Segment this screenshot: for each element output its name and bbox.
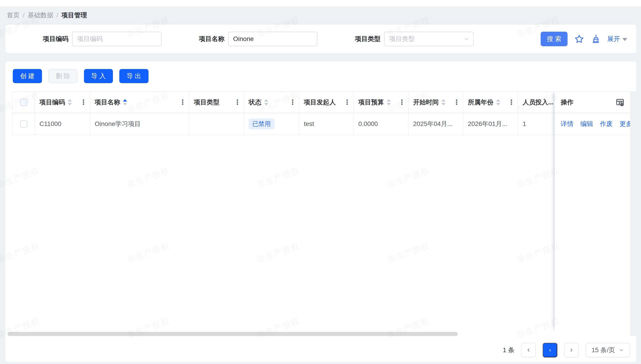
breadcrumb-separator: / [23,12,25,19]
header-cell-start[interactable]: 开始时间⋮ [408,92,463,113]
column-menu-icon[interactable]: ⋮ [289,99,296,106]
clear-broom-icon[interactable] [591,34,600,44]
header-cell-name[interactable]: 项目名称⋮ [90,92,189,113]
search-button[interactable]: 搜 索 [541,32,568,46]
sort-desc-icon[interactable] [387,103,391,106]
favorite-star-icon[interactable] [574,34,584,44]
column-menu-icon[interactable]: ⋮ [453,99,460,106]
project-table: 项目编码⋮项目名称⋮项目类型⋮状态⋮项目发起人⋮项目预算⋮开始时间⋮所属年份⋮人… [12,91,630,332]
prev-page-button[interactable] [521,343,536,358]
main-panel: 创 建 删 除 导 入 导 出 项目编码⋮项目名称⋮项目类型⋮状态⋮项目发起人⋮… [6,61,636,362]
filter-form: 项目编码项目编码项目名称Oinone项目类型项目类型 [6,32,474,46]
sort-asc-icon[interactable] [496,99,500,102]
table-header-row: 项目编码⋮项目名称⋮项目类型⋮状态⋮项目发起人⋮项目预算⋮开始时间⋮所属年份⋮人… [12,91,630,113]
column-menu-icon[interactable]: ⋮ [398,99,405,106]
detail-link[interactable]: 详情 [561,120,573,128]
total-count: 1 条 [503,346,514,354]
cell-checkbox [12,113,35,134]
sort-asc-icon[interactable] [387,99,391,102]
column-label-year: 所属年份 [468,98,493,106]
page-size-select[interactable]: 15 条/页 [586,343,630,358]
project-code-input[interactable]: 项目编码 [72,32,161,46]
invalidate-link[interactable]: 作废 [600,120,613,128]
header-cell-year[interactable]: 所属年份⋮ [463,92,518,113]
pagination: 1 条 1 15 条/页 [503,343,630,358]
sort-carets-status[interactable] [264,99,268,106]
project-type-select[interactable]: 项目类型 [384,32,474,46]
header-cell-checkbox [12,92,35,113]
select-all-checkbox[interactable] [20,99,27,106]
status-badge: 已禁用 [249,118,274,130]
cell-code: C11000 [35,113,90,134]
project-code-value: 项目编码 [77,34,103,43]
sort-carets-budget[interactable] [387,99,391,106]
filter-group-project-type: 项目类型项目类型 [323,32,474,46]
sort-desc-icon[interactable] [264,103,268,106]
column-label-budget: 项目预算 [358,98,384,106]
project-type-value: 项目类型 [389,34,415,43]
sort-asc-icon[interactable] [442,99,446,102]
horizontal-scrollbar-thumb[interactable] [8,332,458,336]
column-menu-icon[interactable]: ⋮ [344,99,351,106]
column-menu-icon[interactable]: ⋮ [234,99,241,106]
project-name-label: 项目名称 [167,34,228,43]
header-cell-staff[interactable]: 人员投入... [518,92,554,113]
more-link[interactable]: 更多 [619,120,630,128]
breadcrumb-item-2[interactable]: 基础数据 [28,11,53,20]
cell-start: 2025年04月... [408,113,463,134]
filter-group-project-name: 项目名称Oinone [167,32,318,46]
cell-initiator: test [299,113,354,134]
sort-carets-start[interactable] [442,99,446,106]
header-cell-type[interactable]: 项目类型⋮ [189,92,244,113]
export-button[interactable]: 导 出 [119,69,148,83]
chevron-down-icon [464,36,470,42]
column-menu-icon[interactable]: ⋮ [80,99,87,106]
sort-desc-icon[interactable] [123,103,127,106]
cell-status: 已禁用 [244,113,299,134]
row-checkbox[interactable] [20,120,27,128]
header-cell-initiator[interactable]: 项目发起人⋮ [299,92,354,113]
cell-budget: 0.0000 [354,113,408,134]
create-button[interactable]: 创 建 [13,69,42,83]
ops-fixed-column: 操作 详情编辑作废更多 [555,91,630,332]
column-label-staff: 人员投入... [523,98,553,106]
header-cell-status[interactable]: 状态⋮ [244,92,299,113]
column-menu-icon[interactable]: ⋮ [179,99,186,106]
breadcrumb-item-1[interactable]: 首页 [7,11,20,20]
header-cell-code[interactable]: 项目编码⋮ [35,92,90,113]
page: 非生产授权非生产授权非生产授权非生产授权非生产授权非生产授权非生产授权非生产授权… [0,0,641,364]
sort-asc-icon[interactable] [123,99,127,102]
import-button[interactable]: 导 入 [84,69,113,83]
project-type-label: 项目类型 [323,34,384,43]
delete-button[interactable]: 删 除 [48,69,78,83]
caret-down-icon [622,38,627,41]
next-page-button[interactable] [564,343,579,358]
edit-link[interactable]: 编辑 [580,120,593,128]
top-strip [0,0,641,6]
sort-asc-icon[interactable] [264,99,268,102]
page-size-value: 15 条/页 [591,346,615,354]
column-menu-icon[interactable]: ⋮ [508,99,515,106]
breadcrumb-separator: / [57,12,58,19]
sort-desc-icon[interactable] [68,103,72,106]
sort-carets-year[interactable] [496,99,500,106]
table-settings-eye-icon[interactable] [615,97,625,107]
expand-toggle[interactable]: 展开 [607,34,627,43]
filter-group-project-code: 项目编码项目编码 [12,32,161,46]
column-label-status: 状态 [249,98,261,106]
filter-actions: 搜 索 展开 [541,32,627,46]
sort-carets-code[interactable] [68,99,72,106]
cell-type [189,113,244,134]
vertical-scrollbar-gutter [630,91,636,336]
column-label-code: 项目编码 [40,98,65,106]
header-cell-budget[interactable]: 项目预算⋮ [354,92,408,113]
sort-asc-icon[interactable] [68,99,72,102]
page-1-button[interactable]: 1 [543,343,557,358]
column-label-name: 项目名称 [95,98,120,106]
project-name-input[interactable]: Oinone [228,32,318,46]
sort-carets-name[interactable] [123,99,127,106]
sort-desc-icon[interactable] [442,103,446,106]
sort-desc-icon[interactable] [496,103,500,106]
ops-header-label: 操作 [561,98,573,106]
ops-row-cell: 详情编辑作废更多 [555,113,630,135]
